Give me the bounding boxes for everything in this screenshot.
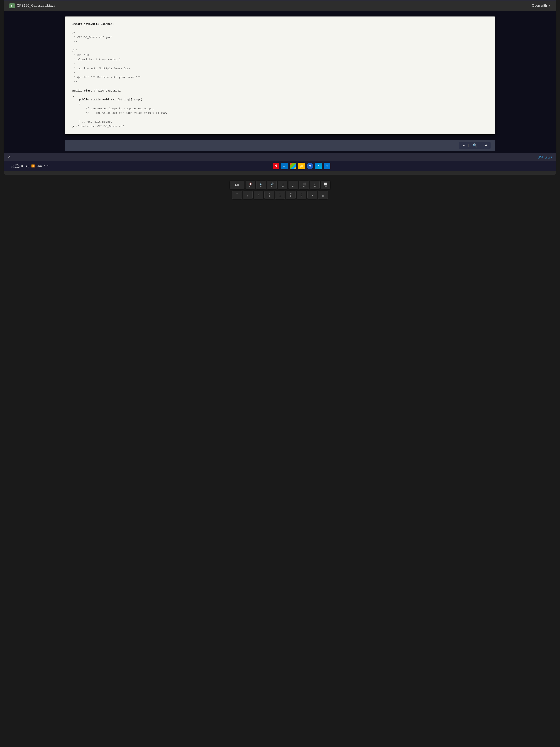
zoom-separator2: | — [480, 144, 482, 147]
key-7[interactable]: & 7 — [308, 191, 317, 199]
file-type-icon: ► — [9, 3, 15, 8]
open-with-label: Open with — [532, 4, 547, 7]
taskbar-date: ٢٣/٠٨/١٧٥ — [11, 166, 20, 169]
zoom-search-button[interactable]: 🔍 — [473, 143, 477, 148]
key-f4[interactable]: ✕ F4 — [278, 181, 287, 189]
taskbar-system-icons: ■ ◄)) 📶 ENG ⌂ ^ — [21, 164, 49, 168]
editor-toolbar: − | 🔍 | + — [65, 140, 495, 151]
key-1[interactable]: ! 1 — [243, 191, 252, 199]
taskbar-app-store[interactable]: 🛒 — [324, 163, 330, 169]
key-8[interactable]: * 8 — [318, 191, 328, 199]
volume-icon: ◄)) — [25, 164, 29, 168]
key-tilde[interactable]: ~ ` — [232, 191, 242, 199]
key-5[interactable]: % 5 — [286, 191, 296, 199]
taskbar-app-netflix[interactable]: N — [273, 163, 279, 169]
language-selector[interactable]: ENG — [37, 164, 42, 167]
title-bar-right[interactable]: Open with ▼ — [532, 4, 551, 7]
key-f6[interactable]: ⬛ F6 — [299, 181, 309, 189]
taskbar-left: ٧:٣٤ ص • ٢٣/٠٨/١٧٥ ■ ◄)) 📶 ENG ⌂ ^ — [7, 163, 49, 169]
laptop-screen: ► CPS150_GaussLab2.java Open with ▼ impo… — [4, 0, 556, 171]
chevron-down-icon: ▼ — [548, 4, 551, 7]
taskbar-app-edge[interactable]: e — [315, 163, 322, 169]
notification-icon: ⌂ — [44, 164, 45, 168]
title-bar-left: ► CPS150_GaussLab2.java — [9, 3, 55, 8]
battery-icon: ■ — [21, 164, 23, 168]
open-with-button[interactable]: Open with ▼ — [532, 4, 551, 7]
taskbar-app-windows[interactable] — [290, 163, 296, 169]
key-4[interactable]: $ 4 — [275, 191, 285, 199]
taskbar-app-office[interactable]: M — [307, 163, 313, 169]
keyboard-row-numbers: ~ ` ! 1 @ 2 # 3 $ 4 % 5 ^ 6 & 7 — [2, 191, 558, 199]
filename-label: CPS150_GaussLab2.java — [17, 4, 55, 7]
key-f2[interactable]: 🔉 F2 — [256, 181, 266, 189]
title-bar: ► CPS150_GaussLab2.java Open with ▼ — [4, 1, 556, 11]
wifi-icon: 📶 — [31, 164, 35, 168]
key-f3[interactable]: 🔊 F3 — [267, 181, 277, 189]
keyboard-area: Esc 🔇 F1 🔉 F2 🔊 F3 ✕ F4 C F5 ⬛ F6 ✈ F7 — [0, 175, 560, 747]
zoom-out-button[interactable]: − — [462, 144, 464, 148]
key-6[interactable]: ^ 6 — [297, 191, 306, 199]
key-esc[interactable]: Esc — [230, 181, 244, 189]
close-button[interactable]: ✕ — [8, 155, 11, 159]
key-3[interactable]: # 3 — [264, 191, 274, 199]
zoom-in-button[interactable]: + — [485, 144, 487, 148]
show-all-bar: ✕ عرض الكل — [4, 153, 556, 161]
caret-up-icon: ^ — [47, 164, 49, 168]
key-f5[interactable]: C F5 — [289, 181, 298, 189]
zoom-controls: − | 🔍 | + — [459, 142, 490, 149]
show-all-label[interactable]: عرض الكل — [538, 155, 552, 159]
key-2[interactable]: @ 2 — [254, 191, 263, 199]
taskbar: ٧:٣٤ ص • ٢٣/٠٨/١٧٥ ■ ◄)) 📶 ENG ⌂ ^ N ✉ 📁… — [4, 161, 556, 171]
keyboard-row-function: Esc 🔇 F1 🔉 F2 🔊 F3 ✕ F4 C F5 ⬛ F6 ✈ F7 — [2, 181, 558, 189]
taskbar-app-folder[interactable]: 📁 — [298, 163, 305, 169]
taskbar-apps: N ✉ 📁 M e 🛒 — [50, 163, 553, 169]
laptop-bezel — [4, 171, 556, 175]
zoom-separator: | — [468, 144, 470, 147]
code-content: import java.util.Scanner; /* * CPS150_Ga… — [73, 22, 488, 129]
key-f1[interactable]: 🔇 F1 — [245, 181, 255, 189]
taskbar-app-mail[interactable]: ✉ — [281, 163, 288, 169]
key-f7[interactable]: ✈ F7 — [310, 181, 320, 189]
key-f8[interactable]: ⬜ F8 — [321, 181, 330, 189]
taskbar-clock: ٧:٣٤ ص • ٢٣/٠٨/١٧٥ — [7, 163, 20, 169]
taskbar-time: ٧:٣٤ ص • — [12, 163, 20, 166]
code-editor[interactable]: import java.util.Scanner; /* * CPS150_Ga… — [65, 17, 495, 134]
